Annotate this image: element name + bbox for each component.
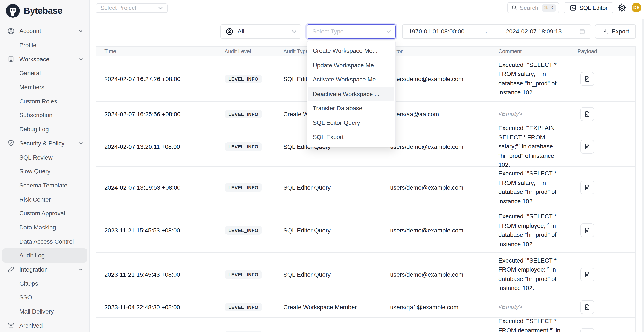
payload-view-button[interactable] <box>580 72 594 86</box>
sidebar-item-label: Data Access Control <box>19 238 74 245</box>
date-range-picker[interactable]: 1970-01-01 08:00:00 → 2024-02-07 18:09:1… <box>402 24 591 38</box>
logo-wordmark: Bytebase <box>24 5 62 16</box>
type-menu-item[interactable]: Activate Workspace Me... <box>308 72 394 87</box>
chevron-down-icon <box>292 30 296 33</box>
comment-text: Executed `"SELECT * FROM employee;"` in … <box>498 257 556 291</box>
building-icon <box>7 55 14 63</box>
sidebar-item-archived[interactable]: Archived <box>2 319 87 332</box>
sidebar-item-label: SSO <box>19 294 32 301</box>
chevron-down-icon <box>158 6 163 9</box>
sidebar-item-label: Audit Log <box>19 252 45 259</box>
sidebar-item-schema-template[interactable]: Schema Template <box>2 178 87 192</box>
sidebar-item-custom-roles[interactable]: Custom Roles <box>2 94 87 108</box>
sql-editor-button[interactable]: SQL Editor <box>564 2 614 13</box>
sidebar-item-data-masking[interactable]: Data Masking <box>2 220 87 234</box>
time-value: 2023-11-04 22:48:30 +08:00 <box>96 304 216 310</box>
time-value: 2023-11-21 15:45:53 +08:00 <box>96 227 216 234</box>
audit-level-badge: LEVEL_INFO <box>224 74 262 83</box>
sidebar-item-members[interactable]: Members <box>2 80 87 94</box>
table-row: 2023-11-04 22:48:30 +08:00 LEVEL_INFO Cr… <box>96 296 635 318</box>
sidebar-item-custom-approval[interactable]: Custom Approval <box>2 206 87 220</box>
comment-text: <Empty> <box>498 110 522 117</box>
sidebar-item-label: Risk Center <box>19 196 51 203</box>
sidebar-item-label: Data Masking <box>19 224 56 231</box>
chevron-down-icon <box>78 58 83 60</box>
link-icon <box>7 266 14 273</box>
actor-filter-value: All <box>238 28 244 35</box>
sidebar-item-general[interactable]: General <box>2 66 87 80</box>
type-menu-item[interactable]: SQL Export <box>308 130 394 144</box>
audit-level-badge: LEVEL_INFO <box>224 110 262 118</box>
export-button[interactable]: Export <box>595 24 636 38</box>
sidebar-item-audit-log[interactable]: Audit Log <box>2 248 87 262</box>
time-value: 2023-11-21 15:45:43 +08:00 <box>96 271 216 278</box>
actor-value: users/demo@example.com <box>382 227 490 234</box>
chevron-down-icon <box>78 30 83 32</box>
comment-text: Executed `"EXPLAIN SELECT * FROM salary;… <box>498 125 555 168</box>
sidebar-item-data-access-control[interactable]: Data Access Control <box>2 234 87 248</box>
type-menu-item[interactable]: Deactivate Workspace ... <box>308 87 394 101</box>
table-row: 2023-11-04 21:26:34 +08:00 LEVEL_INFO SQ… <box>96 318 635 332</box>
chevron-down-icon <box>78 142 83 145</box>
gear-icon[interactable] <box>617 3 626 12</box>
avatar[interactable]: DE <box>632 2 642 12</box>
comment-text: Executed `"SELECT * FROM salary;"` in da… <box>498 61 556 96</box>
date-to-value: 2024-02-07 18:09:13 <box>506 28 562 35</box>
sidebar-item-mail-delivery[interactable]: Mail Delivery <box>2 305 87 319</box>
payload-view-button[interactable] <box>580 140 594 154</box>
comment-text: <Empty> <box>498 303 522 310</box>
chevron-down-icon <box>386 30 391 33</box>
time-value: 2024-02-07 16:27:26 +08:00 <box>96 75 216 82</box>
sidebar-item-label: Custom Roles <box>19 98 57 105</box>
actor-value: users/demo@example.com <box>382 143 490 150</box>
actor-filter-select[interactable]: All <box>220 24 301 38</box>
type-filter-select[interactable]: Select Type <box>307 24 396 38</box>
sidebar-item-profile[interactable]: Profile <box>2 38 87 52</box>
bytebase-logo[interactable]: Bytebase <box>0 0 89 18</box>
sidebar-item-label: Archived <box>19 322 43 329</box>
sidebar-item-gitops[interactable]: GitOps <box>2 276 87 290</box>
type-menu-item[interactable]: SQL Editor Query <box>308 115 394 130</box>
sidebar-item-security-policy[interactable]: Security & Policy <box>2 136 87 150</box>
sidebar-item-debug-log[interactable]: Debug Log <box>2 122 87 136</box>
sidebar-item-subscription[interactable]: Subscription <box>2 108 87 122</box>
type-filter-dropdown-menu: Create Workspace Me... Update Workspace … <box>307 41 396 147</box>
column-header-payload: Payload <box>570 48 635 54</box>
time-value: 2024-02-07 16:25:56 +08:00 <box>96 111 216 118</box>
sidebar-item-label: Subscription <box>19 112 52 119</box>
sidebar-item-label: General <box>19 70 41 77</box>
sidebar: Bytebase Account Profile Workspace Gener… <box>0 0 90 332</box>
comment-text: Executed `"SELECT * FROM employee;"` in … <box>498 213 556 247</box>
sidebar-item-risk-center[interactable]: Risk Center <box>2 192 87 206</box>
audit-type-value: SQL Editor Query <box>275 271 382 278</box>
sidebar-item-integration[interactable]: Integration <box>2 262 87 276</box>
audit-type-value: SQL Editor Query <box>275 184 382 191</box>
payload-view-button[interactable] <box>580 180 594 194</box>
sidebar-item-label: Schema Template <box>19 182 68 189</box>
shield-check-icon <box>7 140 14 147</box>
sidebar-item-sso[interactable]: SSO <box>2 290 87 304</box>
audit-type-value: SQL Editor Query <box>275 227 382 234</box>
sidebar-item-slow-query[interactable]: Slow Query <box>2 164 87 178</box>
payload-view-button[interactable] <box>580 328 594 332</box>
search-placeholder: Search <box>520 4 538 11</box>
sidebar-item-workspace[interactable]: Workspace <box>2 52 87 66</box>
payload-view-button[interactable] <box>580 300 594 314</box>
type-menu-item[interactable]: Update Workspace Me... <box>308 58 394 72</box>
payload-view-button[interactable] <box>580 107 594 121</box>
payload-view-button[interactable] <box>580 223 594 237</box>
sidebar-item-label: Members <box>19 84 44 91</box>
vertical-scrollbar[interactable] <box>642 19 644 332</box>
column-header-actor: Actor <box>382 48 490 54</box>
search-icon <box>511 5 517 11</box>
column-header-audit-level: Audit Level <box>216 48 275 54</box>
sidebar-item-label: SQL Review <box>19 154 53 161</box>
type-menu-item[interactable]: Create Workspace Me... <box>308 43 394 58</box>
search-input[interactable]: Search ⌘ K <box>508 2 559 13</box>
project-select[interactable]: Select Project <box>96 3 168 13</box>
payload-view-button[interactable] <box>580 267 594 281</box>
sidebar-item-account[interactable]: Account <box>2 24 87 38</box>
sidebar-item-sql-review[interactable]: SQL Review <box>2 150 87 164</box>
type-menu-item[interactable]: Transfer Database <box>308 101 394 115</box>
type-filter-placeholder: Select Type <box>312 28 344 35</box>
